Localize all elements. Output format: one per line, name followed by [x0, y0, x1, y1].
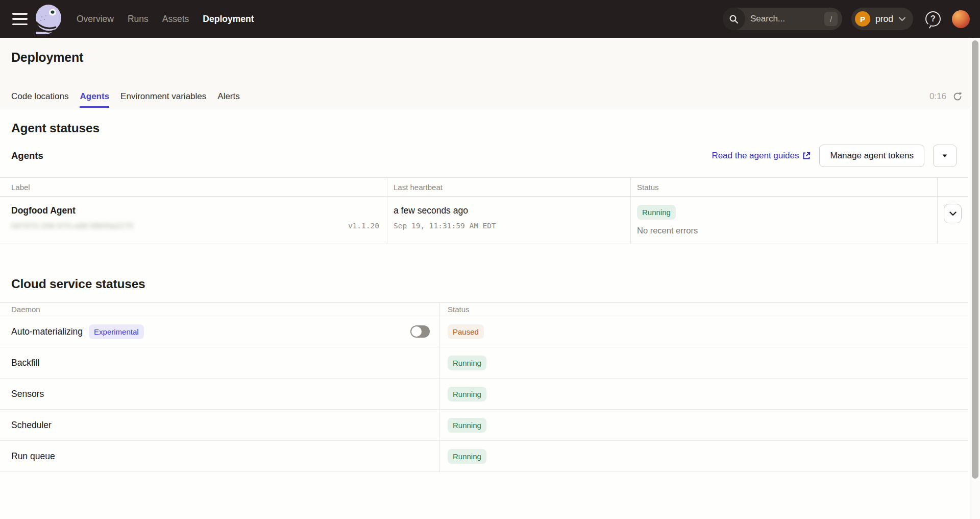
agent-version: v1.1.20 — [348, 222, 379, 230]
agent-statuses-heading: Agent statuses — [11, 121, 968, 136]
column-header-status: Status — [631, 178, 938, 197]
toggle-knob — [411, 326, 422, 337]
column-header-status: Status — [440, 303, 968, 316]
chevron-down-icon — [949, 211, 957, 216]
agents-table: Label Last heartbeat Status Dogfood Agen… — [0, 177, 968, 244]
status-cell-run-queue: Running — [440, 441, 968, 472]
refresh-icon[interactable] — [952, 91, 963, 102]
nav-item-overview[interactable]: Overview — [77, 14, 114, 25]
external-link-icon — [802, 152, 811, 160]
page-header: Deployment Code locationsAgentsEnvironme… — [0, 38, 980, 108]
primary-nav: OverviewRunsAssetsDeployment — [77, 14, 254, 25]
daemon-name: Run queue — [11, 451, 55, 462]
caret-down-icon — [942, 154, 948, 158]
user-avatar[interactable] — [952, 10, 970, 28]
status-cell-sensors: Running — [440, 379, 968, 410]
agent-id-blurred: 0d7970-206-975-a98-fd905a2275 — [11, 221, 133, 230]
main-content: Agent statuses Agents Read the agent gui… — [0, 121, 968, 472]
status-badge: Running — [637, 205, 676, 220]
status-badge: Running — [448, 418, 486, 433]
search-placeholder: Search... — [750, 14, 824, 24]
tab-code-locations[interactable]: Code locations — [11, 91, 68, 108]
daemon-name: Sensors — [11, 389, 44, 399]
agent-label-cell: Dogfood Agent 0d7970-206-975-a98-fd905a2… — [0, 197, 387, 244]
daemon-cell-run-queue: Run queue — [0, 441, 440, 472]
manage-agent-tokens-button[interactable]: Manage agent tokens — [819, 145, 924, 167]
deployment-switcher[interactable]: P prod — [851, 8, 913, 30]
status-cell-scheduler: Running — [440, 410, 968, 441]
agent-errors-text: No recent errors — [637, 226, 931, 235]
page-title: Deployment — [11, 50, 83, 65]
daemon-name: Auto-materializing — [11, 326, 83, 337]
help-icon[interactable]: ? — [925, 11, 941, 27]
daemon-cell-scheduler: Scheduler — [0, 410, 440, 441]
nav-item-runs[interactable]: Runs — [128, 14, 149, 25]
tab-bar: Code locationsAgentsEnvironment variable… — [11, 91, 240, 108]
tab-environment-variables[interactable]: Environment variables — [120, 91, 206, 108]
status-cell-auto-materializing: Paused — [440, 316, 968, 347]
status-badge: Running — [448, 449, 486, 464]
column-header-daemon: Daemon — [0, 303, 440, 316]
agent-actions-dropdown-button[interactable] — [933, 145, 957, 167]
auto-materializing-toggle[interactable] — [410, 325, 430, 338]
status-badge: Paused — [448, 324, 484, 339]
daemon-cell-auto-materializing: Auto-materializingExperimental — [0, 316, 440, 347]
refresh-countdown: 0:16 — [929, 91, 946, 102]
agent-expand-button[interactable] — [944, 204, 962, 223]
page-scrollbar — [970, 38, 980, 519]
hamburger-menu-icon[interactable] — [12, 13, 28, 25]
daemon-cell-backfill: Backfill — [0, 347, 440, 379]
dagster-logo[interactable] — [35, 4, 62, 34]
heartbeat-timestamp: Sep 19, 11:31:59 AM EDT — [394, 222, 624, 230]
nav-item-deployment[interactable]: Deployment — [203, 14, 254, 25]
column-header-label: Label — [0, 178, 387, 197]
search-icon — [723, 8, 745, 30]
tab-alerts[interactable]: Alerts — [217, 91, 239, 108]
daemon-name: Backfill — [11, 358, 39, 368]
cloud-service-statuses-heading: Cloud service statuses — [11, 276, 968, 292]
agents-subheading: Agents — [11, 150, 43, 161]
read-agent-guides-link[interactable]: Read the agent guides — [712, 151, 811, 161]
search-input[interactable]: Search... / — [723, 8, 842, 30]
scrollbar-thumb[interactable] — [972, 40, 978, 479]
deployment-name: prod — [875, 14, 893, 25]
status-badge: Running — [448, 387, 486, 402]
cloud-services-table: Daemon Status Auto-materializingExperime… — [0, 302, 968, 472]
agent-status-cell: Running No recent errors — [631, 197, 938, 244]
agent-name: Dogfood Agent — [11, 205, 379, 216]
daemon-cell-sensors: Sensors — [0, 379, 440, 410]
heartbeat-relative: a few seconds ago — [394, 205, 624, 216]
column-header-last-heartbeat: Last heartbeat — [387, 178, 631, 197]
tab-agents[interactable]: Agents — [80, 91, 109, 108]
agent-expand-cell — [938, 197, 968, 244]
deployment-badge: P — [855, 11, 870, 27]
status-cell-backfill: Running — [440, 347, 968, 379]
daemon-name: Scheduler — [11, 420, 52, 431]
experimental-badge: Experimental — [89, 324, 144, 339]
top-navigation-bar: OverviewRunsAssetsDeployment Search... /… — [0, 0, 980, 38]
search-shortcut-key: / — [824, 12, 838, 26]
chevron-down-icon — [898, 16, 906, 21]
status-badge: Running — [448, 356, 486, 370]
agent-heartbeat-cell: a few seconds ago Sep 19, 11:31:59 AM ED… — [387, 197, 631, 244]
nav-item-assets[interactable]: Assets — [162, 14, 189, 25]
